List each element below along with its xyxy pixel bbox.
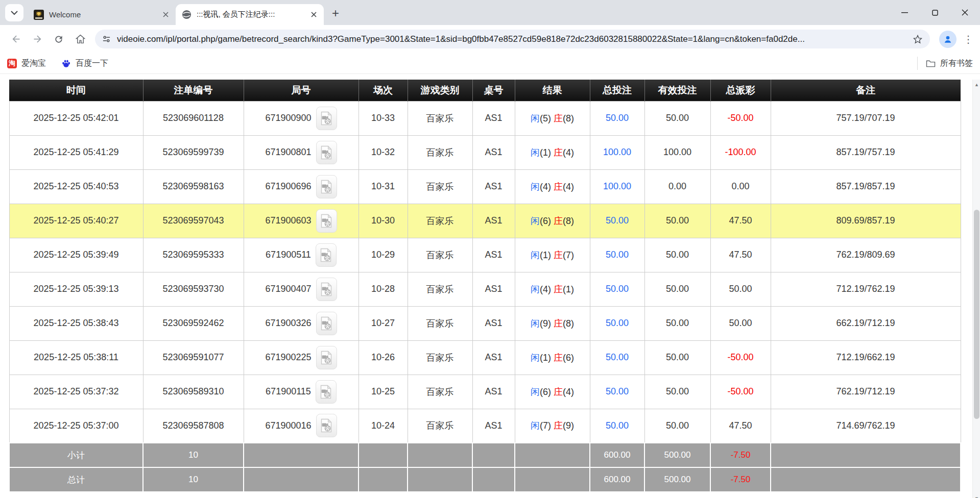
url-bar[interactable]: videoie.com/ipl/portal.php/game/betrecor… xyxy=(95,30,930,48)
site-settings-icon[interactable] xyxy=(102,35,111,43)
new-tab-button[interactable]: + xyxy=(328,6,343,21)
valid-bet-cell: 50.00 xyxy=(644,306,710,340)
payout-cell: 47.50 xyxy=(710,204,771,238)
bookmark-aitaobao[interactable]: 淘 爱淘宝 xyxy=(7,58,46,69)
banker-result: 庄 xyxy=(554,182,563,192)
time-cell: 2025-12-25 05:37:32 xyxy=(9,375,143,409)
banker-result: 庄 xyxy=(554,250,563,260)
column-header: 游戏类别 xyxy=(408,80,472,101)
table-row: 2025-12-25 05:39:49523069595333671900511… xyxy=(9,238,961,272)
scroll-down-icon[interactable]: ▼ xyxy=(973,494,980,498)
footer-empty-cell xyxy=(771,467,961,492)
session-cell: 10-24 xyxy=(358,409,408,443)
video-playback-button[interactable] xyxy=(316,175,337,198)
player-points: (9) xyxy=(540,318,554,329)
player-result: 闲 xyxy=(531,420,540,431)
bet-id-cell: 523069598163 xyxy=(143,169,244,204)
close-tab-icon[interactable] xyxy=(160,10,171,20)
bet-id-cell: 523069599739 xyxy=(143,135,244,169)
tab-betrecord[interactable]: :::视讯, 会员下注纪录::: xyxy=(176,4,324,25)
result-cell: 闲(4) 庄(1) xyxy=(515,272,590,306)
time-cell: 2025-12-25 05:40:53 xyxy=(9,169,143,204)
bookmark-baidu[interactable]: 百度一下 xyxy=(61,58,108,69)
subtotal-row: 小计10600.00500.00-7.50 xyxy=(9,443,961,467)
chevron-down-icon xyxy=(11,11,18,15)
footer-empty-cell xyxy=(515,443,590,467)
footer-empty-cell xyxy=(358,467,408,492)
footer-payout-cell: -7.50 xyxy=(710,443,771,467)
time-cell: 2025-12-25 05:39:13 xyxy=(9,272,143,306)
column-header: 总派彩 xyxy=(710,80,771,101)
maximize-button[interactable] xyxy=(920,0,950,25)
round-wrap: 671900900 xyxy=(244,107,358,130)
round-number: 671900016 xyxy=(265,420,311,431)
video-playback-button[interactable] xyxy=(316,380,337,404)
video-playback-button[interactable] xyxy=(316,141,337,164)
video-playback-button[interactable] xyxy=(316,243,337,267)
valid-bet-cell: 50.00 xyxy=(644,409,710,443)
banker-result: 庄 xyxy=(554,387,563,397)
valid-bet-cell: 50.00 xyxy=(644,204,710,238)
close-tab-icon[interactable] xyxy=(308,10,319,20)
result-cell: 闲(9) 庄(8) xyxy=(515,306,590,340)
round-wrap: 671900801 xyxy=(244,141,358,164)
footer-empty-cell xyxy=(244,467,358,492)
player-result: 闲 xyxy=(531,284,540,294)
session-cell: 10-33 xyxy=(358,101,408,135)
footer-empty-cell xyxy=(771,443,961,467)
round-cell: 671900900 xyxy=(244,101,358,135)
taobao-icon: 淘 xyxy=(7,59,17,68)
footer-empty-cell xyxy=(358,443,408,467)
round-wrap: 671900696 xyxy=(244,175,358,198)
bookmark-star-icon[interactable] xyxy=(913,34,923,44)
banker-points: (6) xyxy=(563,353,574,363)
browser-menu-icon[interactable]: ⋮ xyxy=(962,30,975,49)
round-cell: 671900016 xyxy=(244,409,358,443)
player-result: 闲 xyxy=(531,353,540,363)
column-header: 场次 xyxy=(358,80,408,101)
minimize-button[interactable] xyxy=(890,0,920,25)
banker-points: (7) xyxy=(563,250,574,260)
refresh-icon xyxy=(54,34,64,44)
video-playback-button[interactable] xyxy=(316,209,337,233)
video-record-icon xyxy=(320,180,332,194)
remark-cell: 714.69/762.19 xyxy=(771,409,961,443)
result-cell: 闲(6) 庄(4) xyxy=(515,375,590,409)
scroll-up-icon[interactable]: ▲ xyxy=(973,81,980,89)
table-no-cell: AS1 xyxy=(472,169,515,204)
vertical-scrollbar[interactable]: ▲ ▼ xyxy=(972,80,980,498)
game-type-cell: 百家乐 xyxy=(408,340,472,375)
payout-cell: -50.00 xyxy=(710,375,771,409)
scrollbar-thumb[interactable] xyxy=(974,210,979,419)
session-cell: 10-31 xyxy=(358,169,408,204)
total-bet-cell: 50.00 xyxy=(590,306,644,340)
tab-search-button[interactable] xyxy=(5,4,23,21)
video-playback-button[interactable] xyxy=(316,278,337,301)
video-playback-button[interactable] xyxy=(316,107,337,130)
forward-button[interactable] xyxy=(27,29,48,50)
footer-empty-cell xyxy=(408,443,472,467)
remark-cell: 662.19/712.19 xyxy=(771,306,961,340)
player-points: (6) xyxy=(540,387,554,397)
video-playback-button[interactable] xyxy=(316,312,337,335)
tab-welcome[interactable]: Welcome xyxy=(28,4,176,25)
close-window-button[interactable] xyxy=(950,0,980,25)
bet-id-cell: 523069592462 xyxy=(143,306,244,340)
footer-empty-cell xyxy=(408,467,472,492)
profile-avatar[interactable] xyxy=(939,31,957,48)
refresh-button[interactable] xyxy=(48,29,69,50)
tab-title: Welcome xyxy=(49,10,155,19)
video-record-icon xyxy=(320,248,332,262)
browser-toolbar: videoie.com/ipl/portal.php/game/betrecor… xyxy=(0,25,980,53)
banker-result: 庄 xyxy=(554,216,563,226)
remark-cell: 857.19/757.19 xyxy=(771,135,961,169)
all-bookmarks[interactable]: 所有书签 xyxy=(917,57,973,70)
video-playback-button[interactable] xyxy=(316,346,337,369)
result-cell: 闲(7) 庄(9) xyxy=(515,409,590,443)
home-button[interactable] xyxy=(69,29,91,50)
url-text[interactable]: videoie.com/ipl/portal.php/game/betrecor… xyxy=(117,34,907,44)
game-type-cell: 百家乐 xyxy=(408,375,472,409)
footer-empty-cell xyxy=(244,443,358,467)
video-playback-button[interactable] xyxy=(316,414,337,437)
back-button[interactable] xyxy=(5,29,27,50)
